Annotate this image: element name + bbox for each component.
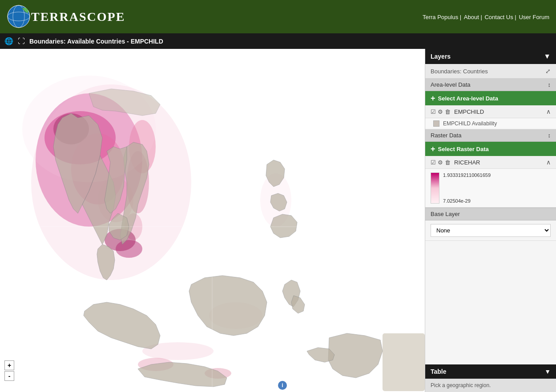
boundaries-expand-icon[interactable]: ⤢ [545, 68, 551, 75]
nav-forum[interactable]: User Forum [519, 13, 549, 20]
table-content: Pick a geographic region. [425, 379, 556, 392]
map-area[interactable]: + - i [0, 49, 425, 392]
layers-title: Layers [431, 53, 451, 60]
table-title: Table [431, 368, 447, 375]
logo-globe-icon [7, 4, 31, 29]
area-level-sort-icon[interactable]: ↕ [548, 81, 551, 88]
raster-data-title: Raster Data [431, 132, 461, 139]
table-section: Table ▼ Pick a geographic region. [425, 364, 556, 392]
boundaries-row: Boundaries: Countries ⤢ [425, 64, 556, 79]
base-layer-header: Base Layer [425, 208, 556, 220]
empchild-icons: ☑ ⚙ 🗑 [431, 108, 451, 115]
ricehar-name: RICEHAR [454, 159, 480, 166]
toolbar-title: Boundaries: Available Countries - EMPCHI… [29, 38, 163, 45]
info-button[interactable]: i [278, 381, 287, 390]
empchild-availability-color [433, 120, 439, 127]
svg-rect-21 [383, 333, 425, 391]
raster-data-sort-icon[interactable]: ↕ [548, 132, 551, 139]
add-raster-label: Select Raster Data [438, 146, 489, 152]
table-chevron-icon[interactable]: ▼ [544, 368, 551, 375]
ricehar-layer-left: ☑ ⚙ 🗑 RICEHAR [431, 159, 480, 166]
ricehar-icons: ☑ ⚙ 🗑 [431, 159, 451, 166]
nav-links: Terra Populus | About | Contact Us | Use… [422, 13, 549, 20]
ricehar-gear-icon[interactable]: ⚙ [438, 159, 443, 166]
area-level-header: Area-level Data ↕ [425, 79, 556, 91]
ricehar-trash-icon[interactable]: 🗑 [445, 159, 451, 166]
raster-data-header: Raster Data ↕ [425, 129, 556, 142]
empchild-availability-row: EMPCHILD Availability [425, 118, 556, 129]
right-panel: Layers ▼ Boundaries: Countries ⤢ Area-le… [425, 49, 556, 392]
zoom-in-button[interactable]: + [4, 360, 14, 370]
legend-content: 1.9333192110061659 7.02504e-29 [431, 172, 551, 204]
nav-about[interactable]: About [464, 13, 479, 20]
add-raster-button[interactable]: + Select Raster Data [425, 142, 556, 156]
ricehar-legend: 1.9333192110061659 7.02504e-29 [425, 169, 556, 208]
empchild-trash-icon[interactable]: 🗑 [445, 108, 451, 115]
empchild-layer-item: ☑ ⚙ 🗑 EMPCHILD ∧ [425, 105, 556, 118]
table-placeholder: Pick a geographic region. [431, 382, 491, 388]
logo-area: TERRASCOPE [7, 4, 125, 29]
add-raster-plus-icon: + [431, 145, 435, 153]
ricehar-layer-item: ☑ ⚙ 🗑 RICEHAR ∧ [425, 156, 556, 169]
area-level-title: Area-level Data [431, 81, 471, 88]
map-toolbar: 🌐 ⛶ Boundaries: Available Countries - EM… [0, 33, 556, 49]
boundaries-label: Boundaries: Countries [431, 68, 488, 75]
table-header: Table ▼ [425, 364, 556, 379]
empchild-gear-icon[interactable]: ⚙ [438, 108, 443, 115]
empchild-name: EMPCHILD [454, 108, 484, 115]
empchild-availability-label: EMPCHILD Availability [443, 120, 497, 127]
zoom-controls: + - [4, 360, 14, 381]
empchild-layer-left: ☑ ⚙ 🗑 EMPCHILD [431, 108, 484, 115]
expand-icon[interactable]: ⛶ [18, 37, 25, 45]
zoom-out-button[interactable]: - [4, 371, 14, 381]
empchild-checkbox-icon[interactable]: ☑ [431, 108, 436, 115]
add-area-level-button[interactable]: + Select Area-level Data [425, 91, 556, 105]
nav-terra-populus[interactable]: Terra Populus [423, 13, 458, 20]
legend-labels: 1.9333192110061659 7.02504e-29 [443, 172, 491, 204]
main-layout: + - i Layers ▼ Boundaries: Countries ⤢ A… [0, 49, 556, 392]
add-area-level-label: Select Area-level Data [438, 95, 498, 102]
base-layer-select[interactable]: None OpenStreetMap Satellite [431, 224, 551, 237]
add-area-level-plus-icon: + [431, 94, 435, 102]
globe-icon[interactable]: 🌐 [4, 37, 13, 45]
map-svg [0, 49, 425, 392]
app-header: TERRASCOPE Terra Populus | About | Conta… [0, 0, 556, 33]
ricehar-legend-bar [431, 172, 439, 204]
layers-section-header: Layers ▼ [425, 49, 556, 64]
empchild-collapse-icon[interactable]: ∧ [546, 108, 551, 115]
base-layer-title: Base Layer [431, 211, 460, 217]
base-layer-select-wrapper: None OpenStreetMap Satellite [425, 220, 556, 241]
layers-chevron-icon[interactable]: ▼ [544, 52, 551, 60]
ricehar-checkbox-icon[interactable]: ☑ [431, 159, 436, 166]
ricehar-collapse-icon[interactable]: ∧ [546, 159, 551, 166]
legend-max-value: 1.9333192110061659 [443, 172, 491, 178]
app-title: TERRASCOPE [31, 10, 125, 24]
nav-contact[interactable]: Contact Us [484, 13, 513, 20]
legend-min-value: 7.02504e-29 [443, 198, 491, 204]
